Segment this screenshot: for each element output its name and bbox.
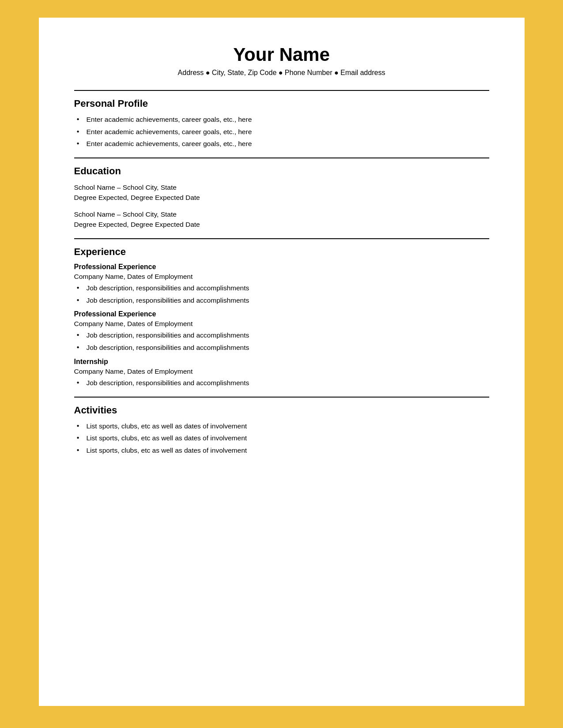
education-section: Education School Name – School City, Sta… [74,165,489,229]
experience-list-1: Job description, responsibilities and ac… [74,283,489,305]
list-item: Job description, responsibilities and ac… [74,330,489,340]
header-section: Your Name Address ● City, State, Zip Cod… [74,44,489,77]
list-item: Enter academic achievements, career goal… [74,127,489,137]
company-line-1: Company Name, Dates of Employment [74,273,489,281]
education-line2: Degree Expected, Degree Expected Date [74,192,489,203]
education-line2: Degree Expected, Degree Expected Date [74,219,489,229]
education-title: Education [74,165,489,177]
professional-experience-2-title: Professional Experience [74,310,489,318]
contact-info: Address ● City, State, Zip Code ● Phone … [74,69,489,77]
experience-section: Experience Professional Experience Compa… [74,246,489,387]
experience-title: Experience [74,246,489,258]
list-item: List sports, clubs, etc as well as dates… [74,433,489,443]
personal-profile-title: Personal Profile [74,98,489,109]
list-item: Job description, responsibilities and ac… [74,378,489,388]
activities-title: Activities [74,405,489,416]
divider-profile [74,90,489,91]
internship-title: Internship [74,358,489,366]
education-entry: School Name – School City, State Degree … [74,182,489,203]
list-item: Job description, responsibilities and ac… [74,296,489,305]
resume-name: Your Name [74,44,489,65]
list-item: List sports, clubs, etc as well as dates… [74,421,489,431]
company-line-3: Company Name, Dates of Employment [74,368,489,375]
activities-section: Activities List sports, clubs, etc as we… [74,405,489,455]
company-line-2: Company Name, Dates of Employment [74,320,489,328]
experience-list-2: Job description, responsibilities and ac… [74,330,489,352]
divider-activities [74,397,489,398]
activities-list: List sports, clubs, etc as well as dates… [74,421,489,455]
list-item: Job description, responsibilities and ac… [74,283,489,293]
internship-list: Job description, responsibilities and ac… [74,378,489,388]
personal-profile-section: Personal Profile Enter academic achievem… [74,98,489,149]
list-item: Job description, responsibilities and ac… [74,343,489,353]
divider-education [74,158,489,158]
education-line1: School Name – School City, State [74,209,489,219]
list-item: Enter academic achievements, career goal… [74,115,489,124]
list-item: Enter academic achievements, career goal… [74,139,489,149]
education-entry: School Name – School City, State Degree … [74,209,489,230]
personal-profile-list: Enter academic achievements, career goal… [74,115,489,149]
list-item: List sports, clubs, etc as well as dates… [74,446,489,455]
professional-experience-1-title: Professional Experience [74,263,489,271]
divider-experience [74,238,489,239]
education-line1: School Name – School City, State [74,182,489,192]
resume-container: Your Name Address ● City, State, Zip Cod… [39,18,525,706]
